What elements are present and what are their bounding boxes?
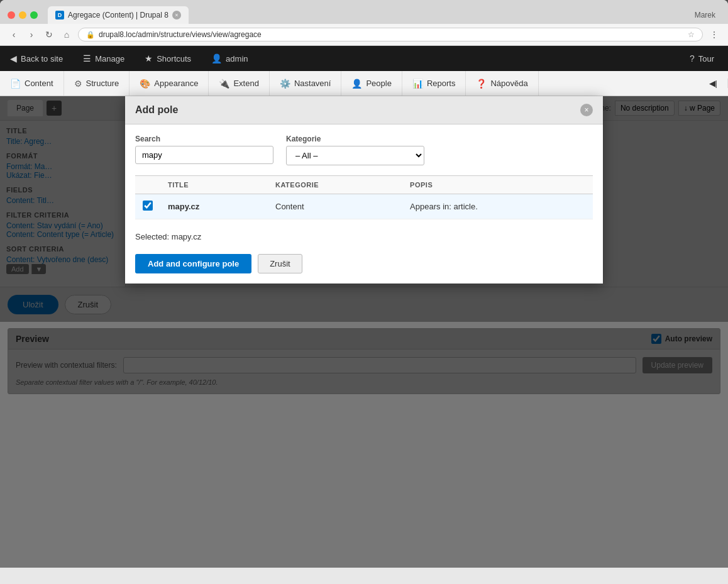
home-button[interactable]: ⌂ bbox=[60, 28, 73, 41]
tab-bar: D Agregace (Content) | Drupal 8 × bbox=[48, 6, 690, 24]
admin-button[interactable]: 👤 admin bbox=[202, 50, 256, 67]
main-content: Page + Display name: No description ↓ w … bbox=[0, 96, 728, 568]
tab-favicon: D bbox=[55, 11, 64, 19]
menu-item-extend[interactable]: 🔌 Extend bbox=[209, 71, 269, 96]
col-checkbox bbox=[135, 176, 160, 194]
user-icon: 👤 bbox=[211, 53, 222, 63]
admin-label: admin bbox=[226, 54, 248, 63]
modal-table: TITLE KATEGORIE POPIS ma bbox=[135, 175, 593, 219]
close-tab-button[interactable]: × bbox=[172, 11, 181, 19]
modal-filters: Search Kategorie – All – bbox=[135, 135, 593, 165]
row-kategorie: Content bbox=[268, 194, 402, 219]
back-to-site-label: Back to site bbox=[21, 54, 63, 63]
content-icon: 📄 bbox=[10, 79, 21, 89]
nastaveni-label: Nastavení bbox=[294, 79, 331, 88]
search-input[interactable] bbox=[135, 146, 273, 164]
menu-item-napoveda[interactable]: ❓ Nápověda bbox=[466, 71, 538, 96]
row-title-text: mapy.cz bbox=[168, 202, 199, 211]
close-window-button[interactable] bbox=[8, 11, 15, 19]
structure-icon: ⚙ bbox=[74, 79, 82, 89]
kategorie-label: Kategorie bbox=[286, 135, 424, 143]
shortcuts-label: Shortcuts bbox=[157, 54, 191, 63]
search-filter-group: Search bbox=[135, 135, 273, 165]
modal-title: Add pole bbox=[135, 104, 178, 116]
row-popis: Appears in: article. bbox=[402, 194, 593, 219]
reports-label: Reports bbox=[427, 79, 456, 88]
modal-table-head: TITLE KATEGORIE POPIS bbox=[135, 176, 593, 194]
back-button[interactable]: ‹ bbox=[8, 28, 20, 41]
selected-text: Selected: mapy.cz bbox=[135, 227, 593, 246]
modal-close-button[interactable]: × bbox=[580, 104, 593, 116]
url-text: drupal8.loc/admin/structure/views/view/a… bbox=[99, 30, 262, 39]
refresh-button[interactable]: ↻ bbox=[43, 28, 55, 41]
search-label: Search bbox=[135, 135, 273, 143]
menu-item-content[interactable]: 📄 Content bbox=[0, 71, 64, 96]
menu-item-structure[interactable]: ⚙ Structure bbox=[64, 71, 130, 96]
tab-title: Agregace (Content) | Drupal 8 bbox=[68, 11, 168, 19]
traffic-lights bbox=[8, 11, 38, 19]
modal-table-body: mapy.cz Content Appears in: article. bbox=[135, 194, 593, 219]
arrow-left-icon: ◀ bbox=[10, 53, 17, 63]
menu-item-appearance[interactable]: 🎨 Appearance bbox=[130, 71, 209, 96]
nastaveni-icon: ⚙️ bbox=[280, 79, 290, 89]
kategorie-filter-group: Kategorie – All – bbox=[286, 135, 424, 165]
menu-item-people[interactable]: 👤 People bbox=[341, 71, 402, 96]
add-configure-button[interactable]: Add and configure pole bbox=[135, 254, 251, 273]
manage-button[interactable]: ☰ Manage bbox=[74, 50, 133, 67]
collapse-icon: ◀| bbox=[709, 79, 717, 88]
napoveda-label: Nápověda bbox=[490, 79, 527, 88]
row-checkbox-cell bbox=[135, 194, 160, 219]
table-header-row: TITLE KATEGORIE POPIS bbox=[135, 176, 593, 194]
drupal-menubar: 📄 Content ⚙ Structure 🎨 Appearance 🔌 Ext… bbox=[0, 71, 728, 96]
people-icon: 👤 bbox=[351, 79, 362, 89]
modal-header: Add pole × bbox=[125, 96, 603, 124]
col-popis-header: POPIS bbox=[402, 176, 593, 194]
row-checkbox[interactable] bbox=[143, 201, 153, 211]
collapse-sidebar-button[interactable]: ◀| bbox=[699, 79, 728, 88]
modal-overlay: Add pole × Search Kategorie bbox=[0, 96, 728, 568]
menu-icon: ☰ bbox=[83, 53, 91, 63]
minimize-window-button[interactable] bbox=[19, 11, 26, 19]
shortcuts-button[interactable]: ★ Shortcuts bbox=[136, 50, 200, 67]
forward-button[interactable]: › bbox=[25, 28, 38, 41]
extend-icon: 🔌 bbox=[219, 79, 229, 89]
tour-label: Tour bbox=[698, 54, 714, 63]
extensions-button[interactable]: ⋮ bbox=[708, 28, 720, 41]
row-title: mapy.cz bbox=[160, 194, 268, 219]
appearance-label: Appearance bbox=[154, 79, 198, 88]
kategorie-select[interactable]: – All – bbox=[286, 146, 424, 165]
drupal-adminbar: ◀ Back to site ☰ Manage ★ Shortcuts 👤 ad… bbox=[0, 46, 728, 71]
active-tab[interactable]: D Agregace (Content) | Drupal 8 × bbox=[48, 6, 189, 24]
table-row[interactable]: mapy.cz Content Appears in: article. bbox=[135, 194, 593, 219]
modal-body: Search Kategorie – All – bbox=[125, 124, 603, 284]
browser-window: D Agregace (Content) | Drupal 8 × Marek … bbox=[0, 0, 728, 584]
modal-actions: Add and configure pole Zrušit bbox=[135, 254, 593, 273]
star-icon: ★ bbox=[145, 53, 153, 63]
manage-label: Manage bbox=[95, 54, 124, 63]
back-to-site-button[interactable]: ◀ Back to site bbox=[5, 50, 72, 67]
structure-label: Structure bbox=[86, 79, 119, 88]
bookmark-icon[interactable]: ☆ bbox=[688, 30, 695, 39]
tour-button[interactable]: ? Tour bbox=[681, 50, 723, 67]
menu-item-nastaveni[interactable]: ⚙️ Nastavení bbox=[270, 71, 342, 96]
col-title-header: TITLE bbox=[160, 176, 268, 194]
browser-titlebar: D Agregace (Content) | Drupal 8 × Marek bbox=[0, 0, 728, 24]
maximize-window-button[interactable] bbox=[30, 11, 38, 19]
content-label: Content bbox=[25, 79, 53, 88]
reports-icon: 📊 bbox=[412, 79, 423, 89]
new-tab-area bbox=[189, 6, 207, 24]
napoveda-icon: ❓ bbox=[476, 79, 487, 89]
address-bar[interactable]: 🔒 drupal8.loc/admin/structure/views/view… bbox=[78, 28, 703, 41]
browser-addressbar: ‹ › ↻ ⌂ 🔒 drupal8.loc/admin/structure/vi… bbox=[0, 24, 728, 46]
add-pole-modal: Add pole × Search Kategorie bbox=[125, 96, 603, 284]
col-kategorie-header: KATEGORIE bbox=[268, 176, 402, 194]
appearance-icon: 🎨 bbox=[140, 79, 150, 89]
modal-cancel-button[interactable]: Zrušit bbox=[258, 254, 302, 273]
extend-label: Extend bbox=[233, 79, 258, 88]
browser-user: Marek bbox=[695, 11, 720, 19]
people-label: People bbox=[366, 79, 391, 88]
menu-item-reports[interactable]: 📊 Reports bbox=[402, 71, 466, 96]
help-icon: ? bbox=[690, 53, 695, 63]
